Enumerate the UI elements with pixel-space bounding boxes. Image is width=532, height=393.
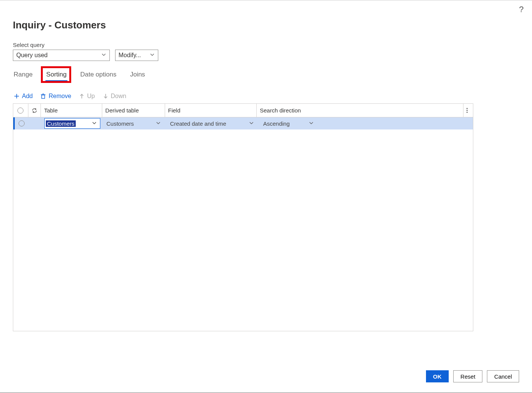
refresh-icon[interactable] <box>28 104 41 117</box>
row-table-value: Customers <box>46 120 76 127</box>
select-query-label: Select query <box>13 42 110 48</box>
cancel-button[interactable]: Cancel <box>487 370 519 382</box>
column-header-derived[interactable]: Derived table <box>102 104 165 117</box>
modify-button[interactable]: Modify... <box>115 50 158 61</box>
row-derived-value: Customers <box>106 120 134 127</box>
up-button: Up <box>78 92 95 100</box>
reset-button[interactable]: Reset <box>453 370 482 382</box>
query-dropdown-value: Query used <box>16 52 48 59</box>
column-header-field[interactable]: Field <box>165 104 257 117</box>
chevron-down-icon <box>92 120 97 127</box>
sorting-grid: Table Derived table Field Search directi… <box>13 103 473 331</box>
header-select-all[interactable] <box>13 104 28 117</box>
help-icon[interactable]: ? <box>519 5 524 14</box>
row-direction-value: Ascending <box>263 120 290 127</box>
tab-joins[interactable]: Joins <box>129 69 146 81</box>
row-direction-dropdown[interactable]: Ascending <box>263 120 317 127</box>
grid-more-icon[interactable] <box>463 104 473 117</box>
down-button-label: Down <box>111 93 126 100</box>
row-derived-dropdown[interactable]: Customers <box>106 120 164 127</box>
table-row[interactable]: Customers Customers Created date and tim… <box>13 117 473 129</box>
ok-button[interactable]: OK <box>426 370 449 382</box>
column-header-direction[interactable]: Search direction <box>257 104 463 117</box>
row-field-dropdown[interactable]: Created date and time <box>170 120 257 127</box>
chevron-down-icon <box>309 120 314 127</box>
row-select[interactable] <box>15 117 28 129</box>
modify-button-label: Modify... <box>119 52 141 59</box>
add-button[interactable]: Add <box>13 92 33 100</box>
column-header-table[interactable]: Table <box>41 104 102 117</box>
svg-rect-2 <box>42 95 45 98</box>
chevron-down-icon <box>249 120 254 127</box>
page-title: Inquiry - Customers <box>13 19 519 31</box>
query-dropdown[interactable]: Query used <box>13 50 110 61</box>
down-button: Down <box>102 92 127 100</box>
add-button-label: Add <box>22 93 33 100</box>
chevron-down-icon <box>156 120 161 127</box>
up-button-label: Up <box>87 93 95 100</box>
remove-button-label: Remove <box>48 93 71 100</box>
tab-range[interactable]: Range <box>13 69 33 81</box>
chevron-down-icon <box>101 52 106 59</box>
chevron-down-icon <box>150 52 155 59</box>
remove-button[interactable]: Remove <box>39 92 72 100</box>
tab-sorting[interactable]: Sorting <box>45 69 67 81</box>
row-field-value: Created date and time <box>170 120 226 127</box>
tab-date-options[interactable]: Date options <box>80 69 117 81</box>
row-table-dropdown[interactable]: Customers <box>44 118 100 129</box>
